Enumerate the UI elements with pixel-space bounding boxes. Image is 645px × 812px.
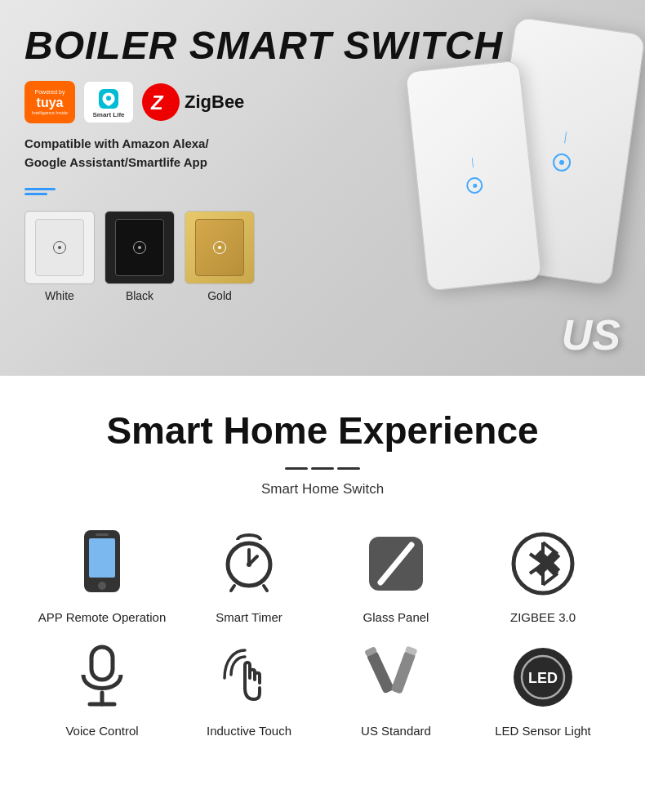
svg-rect-8 bbox=[96, 533, 109, 536]
led-icon: LED bbox=[510, 645, 576, 710]
feature-label-app-remote: APP Remote Operation bbox=[38, 610, 166, 624]
tuya-powered-by: Powered by bbox=[35, 89, 65, 96]
svg-rect-3 bbox=[24, 188, 56, 190]
feature-voice-control: Voice Control bbox=[33, 640, 171, 738]
led-icon-wrap: LED bbox=[506, 640, 580, 714]
svg-rect-27 bbox=[367, 650, 395, 694]
feature-us-standard: US Standard bbox=[327, 640, 465, 738]
feature-glass-panel: Glass Panel bbox=[327, 527, 465, 624]
phone-icon-wrap bbox=[65, 527, 139, 600]
variant-gold: Gold bbox=[185, 211, 255, 302]
timer-icon-wrap bbox=[212, 527, 286, 600]
feature-label-voice-control: Voice Control bbox=[65, 724, 138, 738]
zigbee-logo: Z ZigBee bbox=[142, 83, 244, 121]
svg-text:LED: LED bbox=[528, 670, 558, 686]
svg-line-14 bbox=[264, 586, 267, 591]
standard-icon bbox=[363, 645, 429, 710]
divider-line-1 bbox=[285, 467, 308, 470]
feature-label-zigbee: ZIGBEE 3.0 bbox=[510, 610, 576, 624]
wifi-icon-front: ⏐ bbox=[469, 158, 475, 170]
tuya-badge: Powered by tuya Intelligence Inside bbox=[24, 81, 75, 123]
smartlife-badge: Smart Life bbox=[83, 81, 134, 123]
divider-line-3 bbox=[337, 467, 360, 470]
features-grid: APP Remote Operation bbox=[16, 527, 629, 738]
feature-label-smart-timer: Smart Timer bbox=[216, 610, 282, 624]
divider-lines bbox=[16, 467, 629, 470]
divider-line-2 bbox=[311, 467, 334, 470]
feature-inductive-touch: Inductive Touch bbox=[180, 640, 318, 738]
switch-dot-white bbox=[53, 241, 66, 254]
zigbee-text: ZigBee bbox=[185, 91, 244, 113]
zigbee-icon: ✖ bbox=[510, 531, 576, 596]
mic-icon bbox=[73, 642, 131, 712]
svg-rect-24 bbox=[91, 647, 113, 680]
svg-rect-6 bbox=[89, 538, 115, 578]
phone-icon bbox=[78, 529, 127, 599]
zigbee-icon-wrap: ✖ bbox=[506, 527, 580, 600]
smartlife-icon bbox=[96, 87, 121, 111]
mic-icon-wrap bbox=[65, 640, 139, 714]
us-label: US bbox=[562, 310, 621, 359]
switch-dot-black bbox=[133, 241, 146, 254]
smart-home-section: Smart Home Experience Smart Home Switch … bbox=[0, 376, 645, 762]
glass-icon-wrap bbox=[359, 527, 433, 600]
svg-text:Z: Z bbox=[150, 91, 164, 114]
feature-smart-timer: Smart Timer bbox=[180, 527, 318, 624]
switch-white bbox=[24, 211, 95, 284]
feature-app-remote: APP Remote Operation bbox=[33, 527, 171, 624]
variant-label-black: Black bbox=[126, 289, 153, 302]
feature-label-glass-panel: Glass Panel bbox=[363, 610, 429, 624]
variant-black: Black bbox=[105, 211, 175, 302]
variant-label-gold: Gold bbox=[207, 289, 232, 302]
tuya-brand: tuya bbox=[37, 96, 64, 110]
glass-icon bbox=[366, 533, 426, 594]
smart-home-title: Smart Home Experience bbox=[16, 408, 629, 453]
feature-label-led-sensor: LED Sensor Light bbox=[495, 724, 591, 738]
switch-gold bbox=[185, 211, 255, 284]
feature-zigbee: ✖ ZIGBEE 3.0 bbox=[474, 527, 612, 624]
timer-icon bbox=[216, 529, 282, 599]
smartlife-text: Smart Life bbox=[92, 111, 124, 118]
svg-line-13 bbox=[231, 586, 234, 591]
svg-point-1 bbox=[106, 96, 111, 100]
zigbee-z-icon: Z bbox=[142, 83, 180, 121]
svg-rect-29 bbox=[391, 650, 416, 694]
variant-white: White bbox=[24, 211, 95, 302]
hero-section: BOILER SMART SWITCH Powered by tuya Inte… bbox=[0, 0, 645, 376]
standard-icon-wrap bbox=[359, 640, 433, 714]
feature-label-us-standard: US Standard bbox=[361, 724, 431, 738]
svg-point-12 bbox=[247, 562, 251, 567]
product-switch-front: ⏐ bbox=[405, 60, 541, 291]
smart-home-subtitle: Smart Home Switch bbox=[16, 481, 629, 497]
switch-black bbox=[105, 211, 175, 284]
feature-led-sensor: LED LED Sensor Light bbox=[474, 640, 612, 738]
svg-point-7 bbox=[98, 582, 106, 590]
switch-dot-gold bbox=[213, 241, 226, 254]
feature-label-inductive-touch: Inductive Touch bbox=[207, 724, 291, 738]
svg-rect-4 bbox=[24, 193, 47, 195]
touch-icon-wrap bbox=[212, 640, 286, 714]
touch-icon bbox=[216, 642, 282, 712]
tuya-intelligence: Intelligence Inside bbox=[32, 110, 68, 115]
wifi-icon-back: ⏐ bbox=[562, 131, 569, 145]
variant-label-white: White bbox=[45, 289, 74, 302]
compatible-text: Compatible with Amazon Alexa/ Google Ass… bbox=[24, 135, 253, 172]
